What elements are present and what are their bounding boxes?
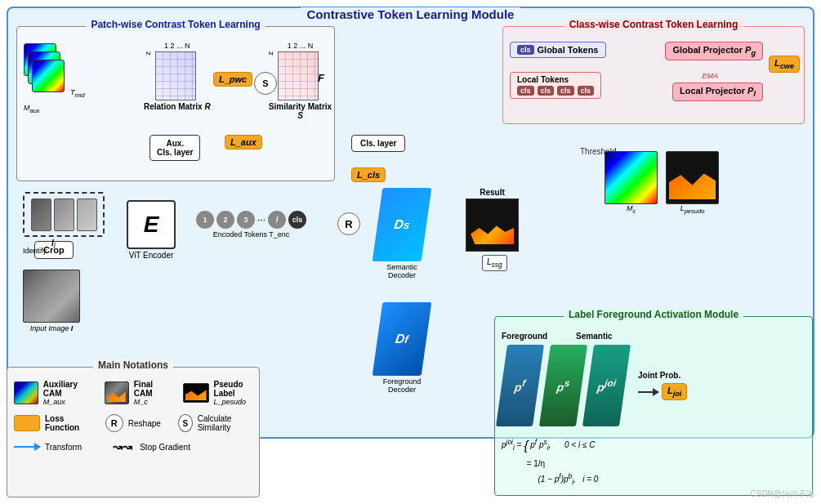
- class-wise-box: Class-wise Contrast Token Learning cls G…: [502, 26, 805, 124]
- cls-badge-1: cls: [517, 86, 534, 96]
- i-l-box: [23, 192, 105, 237]
- notations-box: Main Notations Auxiliary CAM M_aux Final…: [7, 367, 260, 497]
- joint-prob-arrow: Ljoi: [638, 383, 687, 400]
- pseudo-icon: [183, 383, 209, 403]
- class-wise-title: Class-wise Contrast Token Learning: [564, 19, 743, 30]
- vit-encoder-area: E ViT Encoder: [127, 200, 176, 260]
- para-f: pf: [496, 345, 544, 426]
- aux-cam-label: Auxiliary CAM: [43, 380, 88, 398]
- heatmap-3: [32, 60, 65, 92]
- token-2: 2: [216, 211, 234, 229]
- final-cam-label: Final CAM: [134, 380, 167, 398]
- para-joi: pjoi: [582, 345, 631, 426]
- final-cam-text: Final CAM M_c: [134, 380, 167, 406]
- semantic-decoder-block: Ds: [373, 188, 432, 261]
- aux-cam-icon: [14, 381, 38, 404]
- global-projector-box: Global Projector Pg: [665, 42, 763, 60]
- patch-wise-title: Patch-wise Contrast Token Learning: [86, 19, 265, 30]
- token-i: l: [268, 211, 286, 229]
- lfam-title: Label Foreground Activation Module: [564, 309, 743, 320]
- m-c-note: M_c: [134, 398, 167, 406]
- aux-cam-text: Auxiliary CAM M_aux: [43, 380, 88, 406]
- transform-icon: [14, 446, 40, 448]
- sim-label: Calculate Similarity: [198, 414, 252, 432]
- reshape-area: R: [337, 212, 360, 235]
- main-container: Contrastive Token Learning Module Patch-…: [0, 0, 821, 504]
- result-image: [466, 198, 519, 252]
- cls-badge-global: cls: [517, 45, 534, 55]
- m-aux-label: Maux: [24, 104, 65, 114]
- notation-similarity: S Calculate Similarity: [178, 414, 252, 432]
- local-tokens-area: Local Tokens cls cls cls cls: [510, 72, 601, 99]
- l-cls-area: L_cls: [351, 167, 386, 182]
- notation-transform: Transform: [14, 443, 82, 452]
- l-aux-label: L_aux: [225, 135, 262, 149]
- m-c-area: Mc: [605, 151, 658, 215]
- final-cam-icon: [105, 381, 129, 404]
- stop-gradient-label: Stop Gradient: [140, 443, 190, 452]
- joint-prob-label: Joint Prob.: [638, 371, 687, 380]
- ema-label-area: EMA: [702, 69, 718, 81]
- notation-pseudo: Pseudo Label L_pesudo: [183, 380, 252, 406]
- notation-stop-gradient: ↝↝ Stop Gradient: [113, 440, 190, 453]
- token-1: 1: [196, 211, 214, 229]
- l-pwc-box: L_pwc: [213, 72, 252, 87]
- notation-aux-cam: Auxiliary CAM M_aux: [14, 380, 88, 406]
- heatmap-stack: Maux: [24, 43, 65, 114]
- identify-label: Identify: [23, 247, 47, 255]
- l-ssg-area: Lssg: [482, 255, 507, 271]
- token-cls: cls: [288, 211, 306, 229]
- cls-badge-2: cls: [538, 86, 555, 96]
- token-dots: ···: [257, 214, 265, 225]
- notation-row-2: Loss Function R Reshape S Calculate Simi…: [14, 412, 252, 435]
- notations-title: Main Notations: [93, 359, 173, 371]
- l-pseudo-label: Lpesudo: [666, 204, 719, 215]
- l-cwe-label: Lcwe: [769, 56, 800, 73]
- input-image-label: Input Image I: [23, 324, 80, 332]
- result-label: Result: [466, 188, 519, 197]
- i-l-label: Il: [51, 239, 56, 250]
- m-c-label: Mc: [605, 204, 658, 215]
- input-image: [23, 270, 80, 323]
- global-tokens-box: cls Global Tokens: [510, 42, 606, 58]
- cls-badge-3: cls: [557, 86, 574, 96]
- local-projector-area: Local Projector Pl: [672, 83, 763, 101]
- formula-line2: = 1/η: [502, 457, 805, 471]
- transform-label: Transform: [45, 443, 82, 452]
- aux-cls-box: Aux.Cls. layer: [149, 135, 200, 161]
- module-title: Contrastive Token Learning Module: [301, 7, 521, 21]
- cls-layer-box: Cls. layer: [351, 135, 405, 152]
- pseudo-text: Pseudo Label L_pesudo: [214, 380, 252, 406]
- foreground-decoder-label: ForegroundDecoder: [377, 377, 426, 394]
- notation-row-1: Auxiliary CAM M_aux Final CAM M_c Pseudo…: [14, 377, 252, 408]
- stop-gradient-icon: ↝↝: [113, 440, 132, 453]
- arrow-line: [638, 391, 658, 393]
- notations-content: Auxiliary CAM M_aux Final CAM M_c Pseudo…: [7, 368, 259, 461]
- l-cls-label: L_cls: [351, 167, 386, 182]
- l-pseudo-note: L_pesudo: [214, 398, 252, 406]
- para-blocks: pf ps pjoi Joint Prob. Ljoi: [502, 345, 805, 426]
- cls-badge-4: cls: [578, 86, 595, 96]
- watermark: CSDN@川川子溢: [751, 488, 815, 500]
- l-pseudo-image: [666, 151, 719, 204]
- global-tokens-area: cls Global Tokens: [510, 42, 606, 58]
- para-s: ps: [539, 345, 587, 426]
- semantic-decoder-area: Ds SemanticDecoder: [377, 188, 426, 279]
- notation-loss: Loss Function: [14, 414, 84, 432]
- input-image-area: Input Image I: [23, 270, 80, 332]
- formula-line3: (1 − pf)pbi, i = 0: [502, 471, 805, 488]
- cls-layer-top-area: Cls. layer: [351, 135, 405, 152]
- local-projector-box: Local Projector Pl: [672, 83, 763, 101]
- m-aux-note: M_aux: [43, 398, 88, 406]
- l-pwc-label: L_pwc: [213, 72, 252, 87]
- f-label: F: [318, 72, 324, 84]
- foreground-decoder-block: Df: [373, 302, 432, 376]
- encoder-e: E: [127, 200, 176, 249]
- local-tokens-box: Local Tokens cls cls cls cls: [510, 72, 601, 99]
- t-mid-label: Tmid: [70, 88, 85, 99]
- sim-icon-notation: S: [178, 414, 193, 432]
- lfam-content: Foreground Semantic pf ps pjoi Joint Pro…: [502, 332, 805, 488]
- joint-prob-area: Joint Prob. Ljoi: [638, 371, 687, 400]
- relation-matrix-area: 1 2 ... N z Relation Matrix R: [144, 42, 211, 111]
- vit-encoder-label: ViT Encoder: [127, 251, 176, 260]
